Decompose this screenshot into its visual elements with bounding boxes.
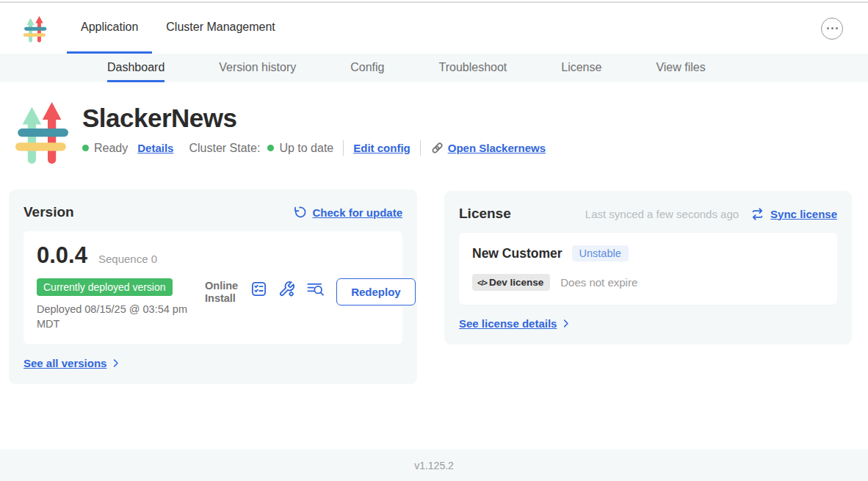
see-license-details-link[interactable]: See license details	[459, 317, 557, 330]
current-version-panel: 0.0.4 Sequence 0 Currently deployed vers…	[23, 231, 402, 344]
deployed-status-badge: Currently deployed version	[37, 278, 173, 296]
subtab-troubleshoot-label: Troubleshoot	[438, 61, 507, 74]
cluster-state-value: Up to date	[279, 142, 333, 155]
version-card: Version Check for update 0.0.4 Sequence …	[9, 189, 417, 384]
divider	[420, 140, 421, 156]
version-number: 0.0.4	[37, 242, 87, 269]
license-expiry-text: Does not expire	[560, 276, 637, 289]
dashboard-cards: Version Check for update 0.0.4 Sequence …	[9, 189, 859, 384]
app-header: SlackerNews Ready Details Cluster State:…	[0, 82, 868, 164]
subtab-dashboard-label: Dashboard	[107, 61, 164, 74]
subtab-dashboard[interactable]: Dashboard	[107, 54, 164, 82]
last-synced-text: Last synced a few seconds ago	[585, 208, 739, 220]
license-type-row: </> Dev license Does not expire	[472, 274, 824, 291]
deployed-info: Currently deployed version Deployed 08/1…	[37, 278, 187, 331]
subtab-troubleshoot[interactable]: Troubleshoot	[438, 54, 507, 82]
see-all-versions-row: See all versions	[23, 357, 402, 369]
tab-application[interactable]: Application	[67, 3, 152, 54]
deploy-logs-icon[interactable]	[306, 281, 325, 297]
app-sub-nav: Dashboard Version history Config Trouble…	[0, 54, 868, 82]
channel-badge: Unstable	[572, 245, 629, 261]
tab-cluster-management[interactable]: Cluster Management	[152, 3, 289, 54]
subtab-license[interactable]: License	[561, 54, 601, 82]
chevron-right-icon	[110, 358, 121, 369]
divider	[343, 140, 344, 156]
license-type-label: Dev license	[489, 277, 543, 288]
top-nav-tabs: Application Cluster Management	[67, 3, 289, 54]
status-details-link[interactable]: Details	[137, 142, 173, 154]
app-status-row: Ready Details Cluster State: Up to date …	[82, 140, 546, 156]
app-status-dot	[82, 145, 89, 151]
subtab-view-files[interactable]: View files	[656, 54, 705, 82]
config-wrench-icon[interactable]	[278, 281, 295, 297]
chevron-right-icon	[560, 318, 571, 329]
top-nav-right	[821, 3, 868, 54]
subtab-config[interactable]: Config	[350, 54, 384, 82]
app-header-text: SlackerNews Ready Details Cluster State:…	[82, 98, 546, 164]
sequence-label: Sequence 0	[98, 253, 157, 265]
sync-license-group: Last synced a few seconds ago Sync licen…	[585, 207, 837, 221]
see-license-details-row: See license details	[459, 317, 837, 330]
version-number-row: 0.0.4 Sequence 0	[37, 242, 389, 269]
sync-license-link[interactable]: Sync license	[770, 208, 837, 220]
customer-row: New Customer Unstable	[472, 245, 824, 261]
tab-application-label: Application	[81, 21, 138, 34]
deployed-timestamp: Deployed 08/15/25 @ 03:54 pm MDT	[37, 303, 187, 331]
install-type-line2: Install	[205, 292, 238, 305]
subtab-version-history[interactable]: Version history	[219, 54, 296, 82]
brand-logo	[22, 3, 48, 54]
open-app-group: Open Slackernews	[430, 141, 546, 155]
preflight-checks-icon[interactable]	[250, 281, 267, 297]
slackernews-logo-icon	[22, 13, 48, 43]
version-card-title: Version	[23, 204, 74, 220]
open-slackernews-link[interactable]: Open Slackernews	[448, 142, 546, 154]
check-for-update-link[interactable]: Check for update	[312, 206, 402, 219]
install-type-line1: Online	[205, 280, 238, 292]
more-menu-icon[interactable]	[821, 18, 843, 40]
customer-name: New Customer	[472, 246, 563, 261]
license-card-header: License Last synced a few seconds ago Sy…	[459, 206, 837, 222]
license-detail-panel: New Customer Unstable </> Dev license Do…	[459, 233, 837, 305]
cluster-state-label: Cluster State:	[189, 142, 260, 155]
version-detail-row: Currently deployed version Deployed 08/1…	[37, 278, 389, 331]
license-type-badge: </> Dev license	[472, 274, 550, 291]
page-title: SlackerNews	[82, 104, 546, 133]
version-card-header: Version Check for update	[23, 204, 402, 220]
subtab-license-label: License	[561, 61, 601, 74]
link-chain-icon	[430, 141, 444, 155]
app-status-text: Ready	[94, 142, 128, 155]
console-footer: v1.125.2	[0, 449, 868, 481]
code-brackets-icon: </>	[477, 278, 487, 287]
install-type-label: Online Install	[205, 278, 238, 305]
refresh-icon	[293, 206, 306, 219]
top-nav: Application Cluster Management	[0, 3, 868, 54]
slackernews-app-icon	[12, 98, 71, 164]
cluster-state-dot	[267, 145, 274, 151]
console-version-label: v1.125.2	[414, 460, 454, 471]
sync-arrows-icon	[751, 207, 764, 221]
license-card: License Last synced a few seconds ago Sy…	[444, 191, 852, 344]
subtab-config-label: Config	[350, 61, 384, 74]
subtab-view-files-label: View files	[656, 61, 705, 74]
check-update-group: Check for update	[293, 206, 402, 219]
tab-cluster-management-label: Cluster Management	[166, 21, 275, 34]
admin-console-screen: Application Cluster Management Dashboard…	[0, 0, 868, 481]
license-card-title: License	[459, 206, 511, 222]
see-all-versions-link[interactable]: See all versions	[23, 357, 106, 369]
version-action-icons	[250, 278, 325, 297]
subtab-version-history-label: Version history	[219, 61, 296, 74]
edit-config-link[interactable]: Edit config	[353, 142, 411, 154]
redeploy-button[interactable]: Redeploy	[336, 278, 416, 305]
